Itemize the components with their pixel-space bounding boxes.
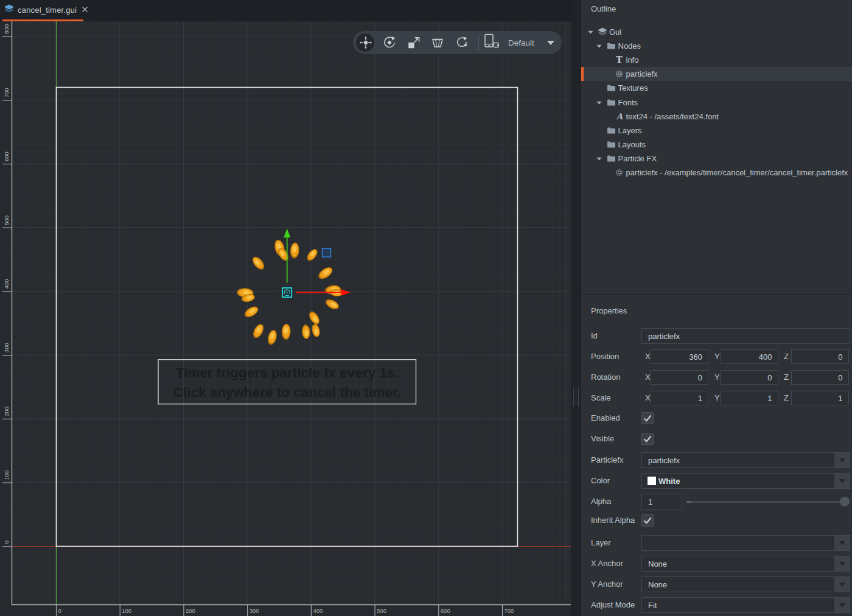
outline-item-label: Layers bbox=[618, 126, 642, 135]
prop-field-scale-y[interactable]: 1 bbox=[721, 391, 778, 405]
properties-panel-title: Properties bbox=[591, 306, 627, 315]
svg-text:0: 0 bbox=[4, 541, 10, 544]
prop-field-scale-z[interactable]: 1 bbox=[791, 391, 849, 405]
outline-item-label: Textures bbox=[618, 83, 648, 93]
panel-splitter[interactable] bbox=[571, 0, 581, 616]
prop-field-position-y[interactable]: 400 bbox=[721, 349, 778, 364]
scale-tool-button[interactable] bbox=[402, 31, 425, 54]
prop-checkbox-inherit-alpha[interactable] bbox=[641, 514, 654, 527]
prop-value: 1 bbox=[838, 394, 842, 403]
dropdown-caret-icon[interactable] bbox=[834, 556, 850, 571]
outline-item-particlefx[interactable]: particlefx bbox=[581, 67, 852, 81]
tab-title: cancel_timer.gui bbox=[18, 5, 77, 15]
prop-field-position-x[interactable]: 360 bbox=[651, 349, 708, 364]
outline-item-textures[interactable]: Textures bbox=[581, 81, 852, 95]
dropdown-caret-icon[interactable] bbox=[834, 453, 850, 467]
svg-text:800: 800 bbox=[3, 24, 10, 34]
svg-text:0: 0 bbox=[58, 607, 61, 614]
prop-field-rotation-z[interactable]: 0 bbox=[791, 370, 849, 385]
svg-text:200: 200 bbox=[4, 407, 10, 416]
particle bbox=[267, 329, 279, 346]
prop-dropdown-y-anchor[interactable]: None bbox=[641, 576, 850, 592]
toolbar-separator bbox=[478, 35, 479, 51]
prop-label-inherit-alpha: Inherit Alpha bbox=[591, 516, 635, 525]
svg-text:700: 700 bbox=[505, 607, 514, 614]
outline-item-layouts[interactable]: Layouts bbox=[581, 138, 852, 152]
prop-field-alpha[interactable]: 1 bbox=[641, 494, 682, 509]
outline-item-gui[interactable]: Gui bbox=[581, 25, 852, 39]
prop-dropdown-layer[interactable] bbox=[641, 535, 850, 551]
particle bbox=[281, 324, 291, 340]
dropdown-caret-icon[interactable] bbox=[834, 474, 850, 488]
prop-checkbox-enabled[interactable] bbox=[641, 412, 654, 424]
svg-text:500: 500 bbox=[4, 215, 10, 225]
gui-text-node: Timer triggers particle fx every 1s.Clic… bbox=[158, 360, 416, 404]
prop-dropdown-adjust-mode[interactable]: Fit bbox=[641, 597, 850, 613]
svg-text:700: 700 bbox=[4, 88, 10, 97]
prop-value: 0 bbox=[838, 373, 842, 382]
device-orientation-icon bbox=[483, 33, 500, 52]
prop-field-position-z[interactable]: 0 bbox=[791, 349, 849, 364]
prop-dropdown-color[interactable]: White bbox=[641, 473, 850, 489]
prop-value: 0 bbox=[767, 373, 772, 382]
outline-item-text24[interactable]: Atext24 - /assets/text24.font bbox=[581, 110, 852, 124]
prop-checkbox-visible[interactable] bbox=[641, 433, 654, 445]
prop-label-alpha: Alpha bbox=[591, 497, 611, 506]
tab-close-icon[interactable] bbox=[82, 5, 88, 14]
outline-item-label: text24 - /assets/text24.font bbox=[626, 112, 719, 121]
prop-label-enabled: Enabled bbox=[591, 413, 620, 422]
layout-dropdown-caret bbox=[547, 41, 554, 45]
svg-text:Click anywhere to cancel the t: Click anywhere to cancel the timer. bbox=[173, 385, 401, 400]
particle bbox=[307, 310, 322, 326]
alpha-slider-thumb[interactable] bbox=[840, 497, 850, 506]
outline-item-particlefx[interactable]: particlefx - /examples/timer/cancel_time… bbox=[581, 166, 852, 180]
dropdown-caret-icon[interactable] bbox=[834, 577, 850, 592]
tab-cancel-timer-gui[interactable]: cancel_timer.gui bbox=[0, 0, 93, 19]
expand-arrow-icon[interactable] bbox=[596, 101, 602, 105]
expand-arrow-icon[interactable] bbox=[588, 30, 593, 34]
expand-arrow-icon[interactable] bbox=[596, 157, 602, 161]
splitter-grip bbox=[573, 387, 574, 407]
rotate-tool-button[interactable] bbox=[377, 31, 401, 54]
move-tool-button[interactable] bbox=[354, 31, 377, 54]
splitter-grip bbox=[578, 387, 579, 407]
prop-dropdown-x-anchor[interactable]: None bbox=[641, 556, 850, 572]
particle bbox=[243, 304, 260, 320]
outline-item-label: info bbox=[626, 55, 639, 65]
prop-field-id[interactable]: particlefx bbox=[641, 328, 850, 344]
frustum-tool-button[interactable] bbox=[425, 31, 449, 54]
prop-value: 0 bbox=[838, 352, 842, 362]
outline-item-particle[interactable]: Particle FX bbox=[581, 152, 852, 166]
outline-panel-title: Outline bbox=[591, 4, 616, 13]
panel-divider bbox=[581, 294, 852, 295]
outline-item-fonts[interactable]: Fonts bbox=[581, 96, 852, 110]
alpha-slider-track[interactable] bbox=[686, 501, 850, 503]
prop-value-y-anchor: None bbox=[648, 580, 667, 589]
dropdown-caret-icon[interactable] bbox=[834, 598, 850, 612]
prop-label-layer: Layer bbox=[591, 538, 611, 547]
outline-item-nodes[interactable]: Nodes bbox=[581, 39, 852, 53]
dropdown-caret-icon[interactable] bbox=[834, 536, 850, 550]
folder-icon bbox=[607, 98, 616, 107]
svg-text:A: A bbox=[615, 112, 623, 121]
prop-value: 400 bbox=[759, 352, 772, 362]
outline-item-layers[interactable]: Layers bbox=[581, 124, 852, 138]
color-swatch bbox=[648, 477, 656, 485]
text-icon: T bbox=[615, 55, 624, 65]
prop-field-rotation-x[interactable]: 0 bbox=[651, 370, 708, 385]
prop-field-rotation-y[interactable]: 0 bbox=[721, 370, 778, 385]
svg-text:600: 600 bbox=[4, 152, 10, 161]
prop-dropdown-particlefx[interactable]: particlefx bbox=[641, 452, 850, 468]
prop-value-color: White bbox=[658, 477, 680, 486]
outline-item-label: Nodes bbox=[618, 41, 641, 51]
scene-canvas[interactable]: Timer triggers particle fx every 1s.Clic… bbox=[0, 21, 571, 616]
editor-tab-bar: cancel_timer.gui bbox=[0, 0, 571, 21]
prop-value: 1 bbox=[767, 394, 772, 403]
svg-text:500: 500 bbox=[377, 607, 386, 614]
layout-selector[interactable]: Default bbox=[483, 31, 554, 54]
svg-text:600: 600 bbox=[441, 607, 450, 614]
prop-field-scale-x[interactable]: 1 bbox=[651, 391, 708, 405]
outline-item-info[interactable]: Tinfo bbox=[581, 53, 852, 67]
expand-arrow-icon[interactable] bbox=[596, 44, 602, 48]
reload-tool-button[interactable] bbox=[450, 31, 473, 54]
